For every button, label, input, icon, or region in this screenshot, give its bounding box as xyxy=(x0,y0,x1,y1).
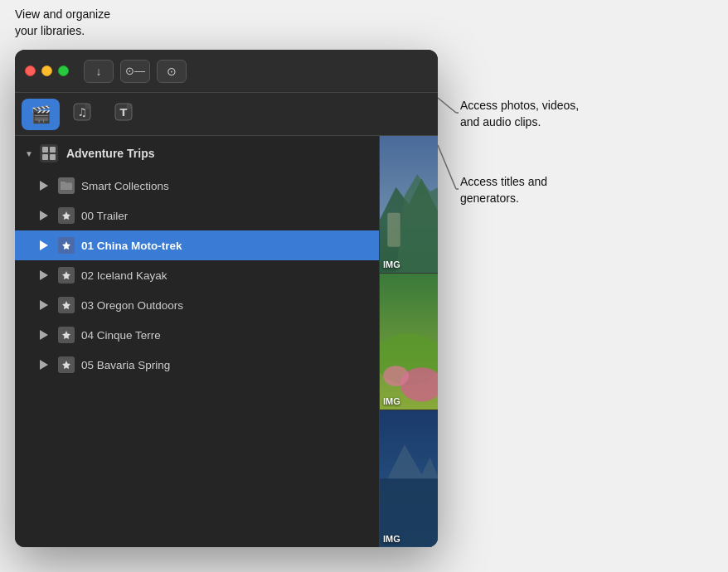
star-icon xyxy=(58,297,75,313)
svg-rect-6 xyxy=(85,104,90,109)
callout-right-bottom-text: Access titles andgenerators. xyxy=(460,175,547,205)
library-name: Adventure Trips xyxy=(66,147,155,160)
svg-line-0 xyxy=(438,98,456,113)
preview-pane: IMG xyxy=(380,136,438,547)
sidebar-item-bavaria[interactable]: 05 Bavaria Spring xyxy=(15,350,379,380)
preview-label-3: IMG xyxy=(383,534,400,544)
svg-rect-25 xyxy=(387,213,400,247)
media-browser-button[interactable]: 🎬 xyxy=(22,99,60,130)
title-generator-icon: T xyxy=(112,100,135,128)
sidebar-item-cinque[interactable]: 04 Cinque Terre xyxy=(15,320,379,350)
callout-right-top: Access photos, videos,and audio clips. xyxy=(460,98,709,130)
mark-button[interactable]: ⊙ xyxy=(157,60,187,83)
callout-right-bottom: Access titles andgenerators. xyxy=(460,174,709,206)
star-icon xyxy=(58,267,75,284)
title-bar: ↓ ⊙— ⊙ xyxy=(15,50,438,93)
expand-icon xyxy=(38,180,50,191)
library-header[interactable]: ▼ Adventure Trips xyxy=(15,136,379,171)
content-area: ▼ Adventure Trips xyxy=(15,136,438,547)
sidebar: ▼ Adventure Trips xyxy=(15,136,380,547)
chevron-down-icon: ▼ xyxy=(25,149,33,158)
callout-right-top-text: Access photos, videos,and audio clips. xyxy=(460,99,579,128)
expand-icon xyxy=(38,210,50,221)
trailer-label: 00 Trailer xyxy=(81,210,128,222)
sidebar-item-oregon[interactable]: 03 Oregon Outdoors xyxy=(15,290,379,320)
key-icon: ⊙— xyxy=(125,65,145,77)
expand-icon xyxy=(38,329,50,341)
svg-text:T: T xyxy=(120,106,128,119)
titles-browser-button[interactable]: T xyxy=(104,99,143,130)
expand-icon xyxy=(38,359,50,371)
traffic-lights xyxy=(25,65,69,76)
bavaria-label: 05 Bavaria Spring xyxy=(81,359,170,371)
app-window: ↓ ⊙— ⊙ 🎬 ♫ T xyxy=(15,50,438,547)
star-icon xyxy=(58,207,75,224)
preview-label-2: IMG xyxy=(383,396,400,406)
music-note-icon: ♫ xyxy=(70,100,94,128)
sidebar-item-iceland[interactable]: 02 Iceland Kayak xyxy=(15,260,379,290)
tooltip-text: View and organize your libraries. xyxy=(15,7,110,39)
preview-item-3: IMG xyxy=(380,410,438,547)
maximize-button[interactable] xyxy=(58,65,69,76)
checkmark-icon: ⊙ xyxy=(167,65,177,78)
svg-line-2 xyxy=(438,145,456,189)
tooltip-line2: your libraries. xyxy=(15,24,85,37)
expand-icon xyxy=(38,299,50,311)
sidebar-item-smart-collections[interactable]: Smart Collections xyxy=(15,171,379,201)
import-button[interactable]: ↓ xyxy=(84,60,114,83)
sidebar-item-trailer[interactable]: 00 Trailer xyxy=(15,201,379,230)
expand-icon xyxy=(38,240,50,251)
preview-item-1: IMG xyxy=(380,136,438,274)
import-icon: ↓ xyxy=(96,65,102,78)
expand-icon xyxy=(38,269,50,281)
clapper-icon: 🎬 xyxy=(31,104,51,124)
preview-label-1: IMG xyxy=(383,259,400,269)
star-icon xyxy=(58,237,75,254)
preview-item-2: IMG xyxy=(380,274,438,411)
folder-icon xyxy=(58,177,75,194)
close-button[interactable] xyxy=(25,65,36,76)
china-label: 01 China Moto-trek xyxy=(81,240,182,252)
password-button[interactable]: ⊙— xyxy=(120,60,150,83)
library-icon xyxy=(40,144,58,162)
sidebar-item-china[interactable]: 01 China Moto-trek xyxy=(15,230,379,260)
toolbar: 🎬 ♫ T xyxy=(15,93,438,136)
iceland-label: 02 Iceland Kayak xyxy=(81,269,167,282)
oregon-label: 03 Oregon Outdoors xyxy=(81,299,183,312)
svg-point-29 xyxy=(383,366,409,386)
star-icon xyxy=(58,327,75,343)
svg-rect-9 xyxy=(127,104,132,109)
star-icon xyxy=(58,356,75,373)
audio-browser-button[interactable]: ♫ xyxy=(63,99,101,130)
smart-collections-label: Smart Collections xyxy=(81,180,169,192)
tooltip-line1: View and organize xyxy=(15,7,110,21)
minimize-button[interactable] xyxy=(41,65,52,76)
cinque-label: 04 Cinque Terre xyxy=(81,329,161,342)
